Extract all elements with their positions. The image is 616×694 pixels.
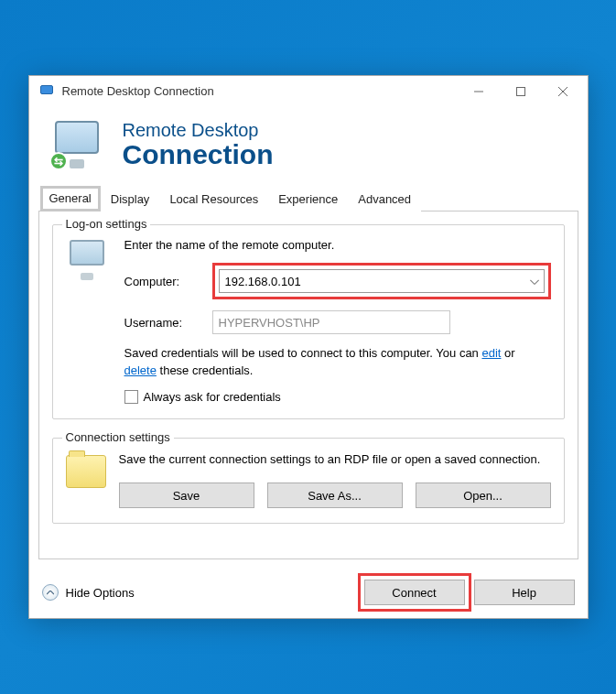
hide-options-toggle[interactable]: Hide Options bbox=[42, 584, 135, 601]
save-button[interactable]: Save bbox=[119, 483, 254, 508]
computer-icon bbox=[66, 238, 112, 280]
maximize-button[interactable] bbox=[500, 77, 542, 106]
edit-credentials-link[interactable]: edit bbox=[481, 346, 501, 360]
computer-field-highlight bbox=[212, 263, 551, 299]
group-connection-settings: Connection settings Save the current con… bbox=[52, 438, 565, 524]
saved-credentials-text: Saved credentials will be used to connec… bbox=[124, 345, 551, 378]
header-line1: Remote Desktop bbox=[123, 120, 274, 140]
tab-advanced[interactable]: Advanced bbox=[348, 186, 421, 211]
header: ⇆ Remote Desktop Connection bbox=[29, 107, 588, 186]
label-username: Username: bbox=[124, 316, 203, 330]
tab-content-general: Log-on settings Enter the name of the re… bbox=[38, 211, 578, 559]
help-button[interactable]: Help bbox=[474, 580, 575, 605]
footer: Hide Options Connect Help bbox=[29, 569, 588, 618]
connect-button[interactable]: Connect bbox=[364, 580, 465, 605]
connection-text: Save the current connection settings to … bbox=[119, 451, 551, 468]
svg-rect-1 bbox=[516, 87, 524, 95]
window-title: Remote Desktop Connection bbox=[62, 84, 458, 98]
delete-credentials-link[interactable]: delete bbox=[124, 363, 157, 377]
tab-local-resources[interactable]: Local Resources bbox=[159, 186, 268, 211]
tab-experience[interactable]: Experience bbox=[268, 186, 348, 211]
tab-display[interactable]: Display bbox=[101, 186, 160, 211]
username-input[interactable] bbox=[212, 310, 450, 334]
legend-connection: Connection settings bbox=[62, 430, 174, 444]
open-button[interactable]: Open... bbox=[416, 483, 551, 508]
computer-input[interactable] bbox=[219, 269, 545, 293]
app-icon bbox=[38, 83, 55, 100]
header-line2: Connection bbox=[123, 140, 274, 169]
minimize-button[interactable] bbox=[458, 77, 500, 106]
header-text: Remote Desktop Connection bbox=[123, 120, 274, 169]
titlebar: Remote Desktop Connection bbox=[29, 76, 588, 107]
group-logon-settings: Log-on settings Enter the name of the re… bbox=[52, 224, 565, 418]
hide-options-label: Hide Options bbox=[66, 586, 135, 600]
always-ask-checkbox[interactable] bbox=[124, 390, 138, 404]
label-computer: Computer: bbox=[124, 275, 203, 288]
tab-bar: General Display Local Resources Experien… bbox=[38, 185, 578, 211]
save-as-button[interactable]: Save As... bbox=[267, 483, 403, 508]
always-ask-row[interactable]: Always ask for credentials bbox=[124, 390, 551, 404]
rdc-logo-icon: ⇆ bbox=[51, 121, 106, 168]
logon-instruction: Enter the name of the remote computer. bbox=[124, 238, 551, 252]
folder-icon bbox=[66, 455, 106, 488]
legend-logon: Log-on settings bbox=[62, 217, 151, 231]
chevron-up-icon bbox=[42, 584, 59, 601]
always-ask-label: Always ask for credentials bbox=[144, 390, 281, 404]
rdc-window: Remote Desktop Connection ⇆ Remote Deskt… bbox=[28, 75, 589, 619]
close-button[interactable] bbox=[542, 77, 584, 106]
tab-general[interactable]: General bbox=[40, 186, 101, 211]
